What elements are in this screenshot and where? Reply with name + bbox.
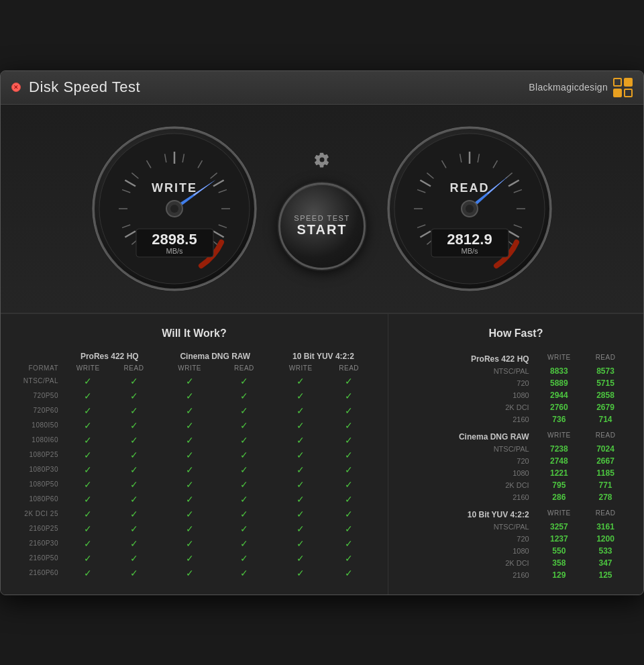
check-icon: ✓ xyxy=(130,376,138,387)
check-icon: ✓ xyxy=(240,435,248,446)
check-icon: ✓ xyxy=(297,494,305,505)
check-cell: ✓ xyxy=(326,462,372,477)
fast-row-label: 2160 xyxy=(405,413,535,425)
work-table-row: 1080p30✓✓✓✓✓✓ xyxy=(17,462,372,477)
check-icon: ✓ xyxy=(84,376,92,387)
check-cell: ✓ xyxy=(161,418,219,433)
fast-col-read-header: READ xyxy=(584,506,627,521)
center-controls: SPEED TEST START xyxy=(278,148,366,270)
fast-read-val: 8573 xyxy=(584,365,627,377)
work-table-row: 1080i60✓✓✓✓✓✓ xyxy=(17,433,372,448)
fast-read-val: 347 xyxy=(584,557,627,569)
check-cell: ✓ xyxy=(64,566,112,580)
check-icon: ✓ xyxy=(130,538,138,549)
check-icon: ✓ xyxy=(84,494,92,505)
check-icon: ✓ xyxy=(186,391,194,401)
check-icon: ✓ xyxy=(186,479,194,490)
check-icon: ✓ xyxy=(84,450,92,460)
check-cell: ✓ xyxy=(161,521,219,536)
work-table-row: 1080p50✓✓✓✓✓✓ xyxy=(17,477,372,492)
check-icon: ✓ xyxy=(186,568,194,578)
check-icon: ✓ xyxy=(345,420,353,431)
check-icon: ✓ xyxy=(240,553,248,564)
check-icon: ✓ xyxy=(84,464,92,475)
fast-col-write-header: WRITE xyxy=(535,350,584,365)
check-icon: ✓ xyxy=(186,464,194,475)
check-cell: ✓ xyxy=(326,389,372,403)
check-icon: ✓ xyxy=(297,538,305,549)
fast-table: ProRes 422 HQ WRITE READ NTSC/PAL 8833 8… xyxy=(405,350,627,581)
check-cell: ✓ xyxy=(219,477,270,492)
close-button[interactable]: ✕ xyxy=(11,83,21,92)
check-icon: ✓ xyxy=(130,509,138,519)
speed-test-label: SPEED TEST xyxy=(294,214,350,222)
fast-group-label: Cinema DNG RAW xyxy=(405,428,535,443)
title-bar: ✕ Disk Speed Test Blackmagicdesign xyxy=(1,71,643,105)
fast-read-val: 1200 xyxy=(584,533,627,545)
fast-read-val: 771 xyxy=(584,479,627,491)
fast-table-row: 1080 1221 1185 xyxy=(405,467,627,479)
check-icon: ✓ xyxy=(345,391,353,401)
check-icon: ✓ xyxy=(130,391,138,401)
format-label: 2160p30 xyxy=(17,536,64,551)
check-icon: ✓ xyxy=(345,479,353,490)
check-icon: ✓ xyxy=(84,568,92,578)
check-cell: ✓ xyxy=(112,507,155,521)
check-cell: ✓ xyxy=(275,448,326,462)
fast-write-val: 2760 xyxy=(535,401,584,413)
format-label: NTSC/PAL xyxy=(17,374,64,389)
fast-read-val: 533 xyxy=(584,545,627,557)
fast-row-label: 2K DCI xyxy=(405,557,535,569)
fast-write-val: 358 xyxy=(535,557,584,569)
fast-table-row: 2K DCI 358 347 xyxy=(405,557,627,569)
check-icon: ✓ xyxy=(345,509,353,519)
check-icon: ✓ xyxy=(345,435,353,446)
title-bar-left: ✕ Disk Speed Test xyxy=(11,79,140,96)
check-cell: ✓ xyxy=(64,492,112,507)
sub-header-r3: READ xyxy=(326,362,372,374)
check-cell: ✓ xyxy=(275,551,326,566)
check-cell: ✓ xyxy=(161,492,219,507)
format-label: 1080p50 xyxy=(17,477,64,492)
check-icon: ✓ xyxy=(240,420,248,431)
fast-table-row: 1080 2944 2858 xyxy=(405,389,627,401)
fast-row-label: NTSC/PAL xyxy=(405,365,535,377)
check-cell: ✓ xyxy=(326,492,372,507)
start-button[interactable]: SPEED TEST START xyxy=(278,183,366,270)
check-icon: ✓ xyxy=(345,568,353,578)
fast-row-label: 2160 xyxy=(405,491,535,503)
check-cell: ✓ xyxy=(219,448,270,462)
check-icon: ✓ xyxy=(186,509,194,519)
check-cell: ✓ xyxy=(64,462,112,477)
check-cell: ✓ xyxy=(275,433,326,448)
will-it-work-title: Will It Work? xyxy=(17,327,372,340)
check-icon: ✓ xyxy=(345,494,353,505)
brand-icon xyxy=(613,78,633,97)
group-header-prores: ProRes 422 HQ xyxy=(64,350,156,362)
check-icon: ✓ xyxy=(186,405,194,416)
work-table-row: 2160p60✓✓✓✓✓✓ xyxy=(17,566,372,580)
check-cell: ✓ xyxy=(219,536,270,551)
format-label: 2160p60 xyxy=(17,566,64,580)
fast-write-val: 3257 xyxy=(535,521,584,533)
check-icon: ✓ xyxy=(130,553,138,564)
fast-row-label: NTSC/PAL xyxy=(405,443,535,455)
check-icon: ✓ xyxy=(345,464,353,475)
check-cell: ✓ xyxy=(112,462,155,477)
format-label: 720p60 xyxy=(17,403,64,418)
fast-read-val: 5715 xyxy=(584,377,627,389)
check-icon: ✓ xyxy=(130,568,138,578)
check-icon: ✓ xyxy=(345,523,353,534)
check-icon: ✓ xyxy=(130,464,138,475)
fast-write-val: 1221 xyxy=(535,467,584,479)
will-it-work-section: Will It Work? ProRes 422 HQ Cinema DNG R… xyxy=(1,314,388,595)
work-table-row: 2160p30✓✓✓✓✓✓ xyxy=(17,536,372,551)
work-table-row: 1080p60✓✓✓✓✓✓ xyxy=(17,492,372,507)
check-cell: ✓ xyxy=(326,551,372,566)
format-label: 1080i50 xyxy=(17,418,64,433)
settings-icon[interactable] xyxy=(310,148,334,172)
check-cell: ✓ xyxy=(161,462,219,477)
check-cell: ✓ xyxy=(275,462,326,477)
fast-row-label: 2K DCI xyxy=(405,479,535,491)
check-cell: ✓ xyxy=(219,418,270,433)
